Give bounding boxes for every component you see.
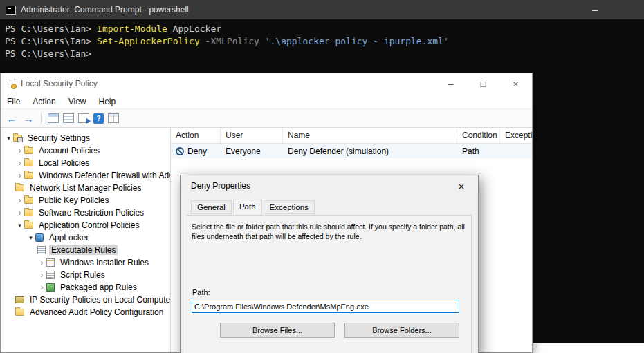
view-icon[interactable] xyxy=(108,113,119,123)
chevron-collapsed-icon[interactable]: › xyxy=(15,209,24,217)
tree-item-ip-security-policies-on-local-computer[interactable]: IP Security Policies on Local Computer xyxy=(1,294,170,306)
tree-item-applocker[interactable]: ▾AppLocker xyxy=(1,231,170,244)
column-name[interactable]: Name xyxy=(283,128,457,143)
ipsec-icon xyxy=(15,296,24,303)
chevron-collapsed-icon[interactable]: › xyxy=(37,271,46,279)
tree-item-account-policies[interactable]: ›Account Policies xyxy=(1,144,170,157)
tree-pane[interactable]: ▾Security Settings›Account Policies›Loca… xyxy=(1,128,171,352)
column-exceptions[interactable]: Exceptions xyxy=(500,128,532,143)
cell-text: Path xyxy=(462,146,479,156)
tree-item-application-control-policies[interactable]: ▾Application Control Policies xyxy=(1,219,170,231)
close-button[interactable]: × xyxy=(450,178,472,194)
chevron-collapsed-icon[interactable]: › xyxy=(37,283,46,292)
browse-folders-button[interactable]: Browse Folders... xyxy=(344,323,459,338)
help-icon[interactable] xyxy=(93,113,104,124)
tree-item-network-list-manager-policies[interactable]: Network List Manager Policies xyxy=(1,182,170,194)
tree-label: Executable Rules xyxy=(49,245,118,255)
minimize-button[interactable]: – xyxy=(434,73,467,94)
deny-properties-dialog: Deny Properties × GeneralPathExceptions … xyxy=(180,175,479,353)
chevron-expanded-icon[interactable]: ▾ xyxy=(15,222,24,229)
installer-icon xyxy=(46,258,55,267)
cell-text: Everyone xyxy=(226,146,261,156)
back-icon[interactable]: ← xyxy=(6,113,18,124)
console-line: PS C:\Users\Ian> xyxy=(5,48,644,60)
tree-item-public-key-policies[interactable]: ›Public Key Policies xyxy=(1,194,170,207)
tree-label: Software Restriction Policies xyxy=(37,208,146,218)
tree-item-software-restriction-policies[interactable]: ›Software Restriction Policies xyxy=(1,207,170,219)
chevron-expanded-icon[interactable]: ▾ xyxy=(26,235,35,241)
tree-item-windows-installer-rules[interactable]: ›Windows Installer Rules xyxy=(1,256,170,269)
chevron-collapsed-icon[interactable]: › xyxy=(15,171,24,180)
chevron-expanded-icon[interactable]: ▾ xyxy=(4,135,13,142)
lsp-titlebar[interactable]: Local Security Policy – □ × xyxy=(1,73,532,94)
tab-exceptions[interactable]: Exceptions xyxy=(264,200,315,214)
description-text: Select the file or folder path that this… xyxy=(192,222,467,241)
console-output[interactable]: PS C:\Users\Ian> Import-Module AppLocker… xyxy=(0,19,644,60)
folder-icon xyxy=(24,172,33,179)
menu-file[interactable]: File xyxy=(1,97,26,106)
path-input[interactable] xyxy=(192,300,459,313)
forward-icon[interactable]: → xyxy=(22,113,35,124)
console-text-segment: PS C:\Users\Ian> xyxy=(5,48,91,59)
folder-icon xyxy=(24,160,33,166)
secpol-icon xyxy=(8,79,15,88)
tree-item-script-rules[interactable]: ›Script Rules xyxy=(1,269,170,281)
packaged-icon xyxy=(46,283,55,292)
rule-row[interactable]: DenyEveryoneDeny Defender (simulation)Pa… xyxy=(171,144,532,158)
chevron-collapsed-icon[interactable]: › xyxy=(37,258,46,267)
menu-help[interactable]: Help xyxy=(93,97,122,106)
applocker-icon xyxy=(35,233,44,242)
column-condition[interactable]: Condition xyxy=(457,128,500,143)
cell-condition: Path xyxy=(457,144,500,158)
tree-label: Network List Manager Policies xyxy=(28,183,143,193)
export-icon[interactable] xyxy=(78,113,89,123)
cell-action: Deny xyxy=(171,144,221,158)
column-user[interactable]: User xyxy=(221,128,283,143)
maximize-button[interactable]: □ xyxy=(467,73,499,94)
console-text-segment: PS C:\Users\Ian> xyxy=(5,23,97,34)
tree-item-packaged-app-rules[interactable]: ›Packaged app Rules xyxy=(1,281,170,294)
console-titlebar[interactable]: Administrator: Command Prompt - powershe… xyxy=(0,0,644,19)
lsp-toolbar: ←→ xyxy=(1,109,532,128)
menu-view[interactable]: View xyxy=(62,97,93,106)
folder-icon xyxy=(24,147,33,154)
browse-files-button[interactable]: Browse Files... xyxy=(220,323,335,338)
list-header: ActionUserNameConditionExceptions xyxy=(171,128,532,144)
menu-action[interactable]: Action xyxy=(26,97,62,106)
cell-user: Everyone xyxy=(221,144,283,158)
tree-label: Account Policies xyxy=(37,146,102,155)
chevron-collapsed-icon[interactable]: › xyxy=(15,159,24,167)
script-icon xyxy=(46,271,55,279)
tree-item-executable-rules[interactable]: Executable Rules xyxy=(1,244,170,256)
tab-general[interactable]: General xyxy=(191,200,232,214)
tree-item-windows-defender-firewall-with-advanced-security[interactable]: ›Windows Defender Firewall with Advanced… xyxy=(1,169,170,182)
chevron-collapsed-icon[interactable]: › xyxy=(15,196,24,204)
deny-icon xyxy=(176,147,184,155)
window-controls: – □ × xyxy=(434,73,532,94)
console-text-segment: '.\applocker policy - ipurple.xml' xyxy=(259,36,449,46)
window-icon[interactable] xyxy=(48,113,59,123)
chevron-collapsed-icon[interactable]: › xyxy=(15,146,24,155)
tree-item-local-policies[interactable]: ›Local Policies xyxy=(1,157,170,169)
properties-icon[interactable] xyxy=(63,113,74,123)
tree-label: Packaged app Rules xyxy=(58,283,139,292)
column-action[interactable]: Action xyxy=(171,128,221,143)
tree-item-security-settings[interactable]: ▾Security Settings xyxy=(1,132,170,144)
minimize-button[interactable]: – xyxy=(579,0,611,19)
dialog-titlebar[interactable]: Deny Properties × xyxy=(181,175,478,196)
tree-label: AppLocker xyxy=(47,233,91,242)
exe-icon xyxy=(37,246,46,254)
dialog-tabs: GeneralPathExceptions xyxy=(191,200,478,214)
console-text-segment: -XMLPolicy xyxy=(200,36,259,46)
tab-path[interactable]: Path xyxy=(233,200,262,214)
close-button[interactable]: × xyxy=(499,73,532,94)
tree-item-advanced-audit-policy-configuration[interactable]: Advanced Audit Policy Configuration xyxy=(1,306,170,318)
menu-bar: FileActionViewHelp xyxy=(1,94,532,109)
tree-label: IP Security Policies on Local Computer xyxy=(28,295,171,305)
audit-icon xyxy=(15,309,24,316)
folder-icon xyxy=(15,184,24,191)
toolbar-separator xyxy=(41,113,42,124)
tree-label: Local Policies xyxy=(37,158,91,168)
tree-label: Security Settings xyxy=(26,133,92,143)
tree-label: Script Rules xyxy=(58,270,107,280)
